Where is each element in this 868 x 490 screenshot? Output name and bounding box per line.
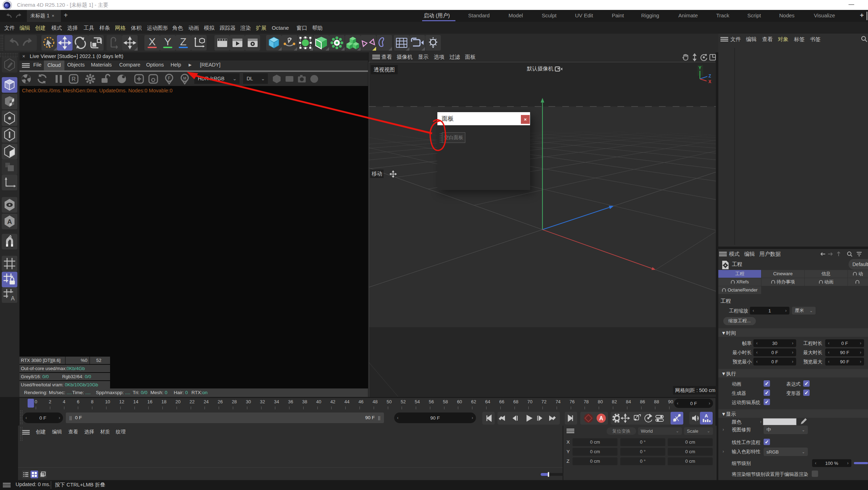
svg-text:A: A	[705, 413, 708, 419]
svg-text:M: M	[183, 76, 186, 80]
svg-text:Y: Y	[699, 65, 701, 70]
svg-text:A: A	[11, 295, 15, 301]
svg-text:R: R	[71, 76, 76, 82]
svg-text:A: A	[7, 218, 12, 225]
svg-text:Z: Z	[708, 74, 711, 79]
svg-text:X: X	[708, 79, 711, 84]
svg-text:A: A	[599, 415, 603, 421]
svg-text:F: F	[168, 76, 170, 81]
svg-text:Z: Z	[180, 36, 186, 47]
svg-text:Y: Y	[164, 36, 171, 47]
svg-text:X: X	[149, 36, 156, 47]
